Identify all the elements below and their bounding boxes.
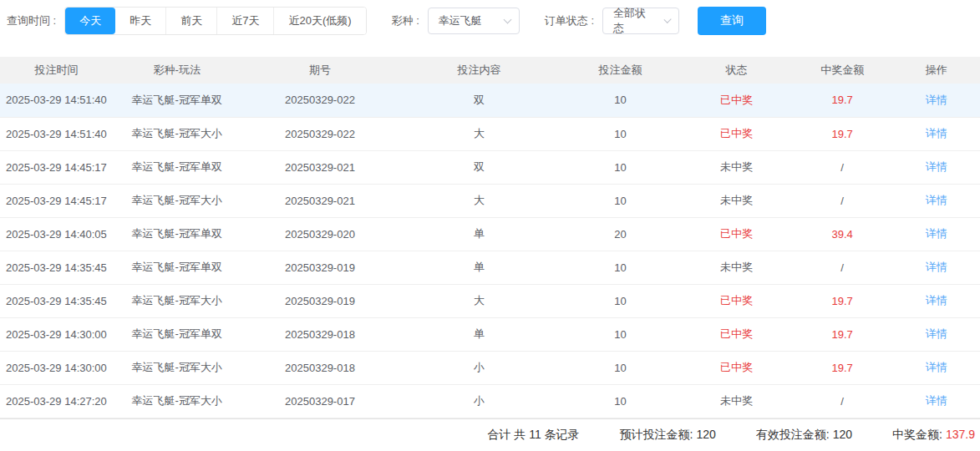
time-range-button[interactable]: 昨天 [115, 8, 165, 34]
cell-status: 已中奖 [681, 351, 792, 384]
detail-link[interactable]: 详情 [926, 127, 947, 139]
cell-bet-time: 2025-03-29 14:27:20 [0, 384, 113, 418]
detail-link[interactable]: 详情 [926, 361, 947, 373]
cell-bet-time: 2025-03-29 14:30:00 [0, 351, 113, 384]
cell-bet-amount: 20 [560, 217, 681, 251]
detail-link[interactable]: 详情 [926, 194, 947, 206]
table-row: 2025-03-29 14:30:00 幸运飞艇-冠军大小 20250329-0… [0, 351, 980, 384]
cell-bet-amount: 10 [560, 351, 681, 384]
summary-bar: 合计 共 11 条记录 预计投注金额:120 有效投注金额:120 中奖金额:1… [0, 418, 980, 451]
cell-action: 详情 [893, 217, 980, 251]
cell-play-type: 幸运飞艇-冠军单双 [113, 317, 241, 351]
table-row: 2025-03-29 14:40:05 幸运飞艇-冠军单双 20250329-0… [0, 217, 980, 251]
column-header: 投注金额 [560, 57, 681, 84]
cell-bet-time: 2025-03-29 14:40:05 [0, 217, 113, 251]
order-status-label: 订单状态 : [545, 13, 594, 28]
column-header: 投注内容 [399, 57, 559, 84]
orders-table: 投注时间彩种-玩法期号投注内容投注金额状态中奖金额操作 2025-03-29 1… [0, 57, 980, 418]
cell-issue-number: 20250329-018 [241, 317, 399, 351]
lottery-type-value: 幸运飞艇 [439, 13, 482, 28]
table-row: 2025-03-29 14:51:40 幸运飞艇-冠军大小 20250329-0… [0, 117, 980, 150]
cell-bet-amount: 10 [560, 317, 681, 351]
cell-status: 已中奖 [681, 117, 792, 150]
column-header: 中奖金额 [792, 57, 893, 84]
cell-play-type: 幸运飞艇-冠军单双 [113, 150, 241, 184]
detail-link[interactable]: 详情 [926, 394, 947, 407]
cell-status: 已中奖 [681, 84, 792, 117]
cell-bet-amount: 10 [560, 184, 681, 217]
cell-bet-amount: 10 [560, 284, 681, 317]
order-status-value: 全部状态 [613, 6, 653, 36]
time-range-button[interactable]: 近7天 [216, 8, 273, 34]
time-range-button[interactable]: 前天 [165, 8, 216, 34]
cell-play-type: 幸运飞艇-冠军大小 [113, 384, 241, 418]
cell-action: 详情 [893, 384, 980, 418]
cell-play-type: 幸运飞艇-冠军单双 [113, 217, 241, 251]
cell-prize-amount: 19.7 [792, 317, 893, 351]
expected-bet-amount: 预计投注金额:120 [620, 428, 716, 443]
time-range-button[interactable]: 今天 [65, 8, 115, 34]
cell-issue-number: 20250329-022 [241, 84, 399, 117]
cell-issue-number: 20250329-019 [241, 251, 399, 284]
cell-bet-time: 2025-03-29 14:45:17 [0, 184, 113, 217]
cell-prize-amount: / [792, 184, 893, 217]
filter-bar: 查询时间 : 今天昨天前天近7天近20天(低频) 彩种 : 幸运飞艇 订单状态 … [0, 0, 980, 38]
cell-status: 已中奖 [681, 317, 792, 351]
time-range-button[interactable]: 近20天(低频) [273, 8, 365, 34]
cell-play-type: 幸运飞艇-冠军大小 [113, 351, 241, 384]
column-header: 状态 [681, 57, 792, 84]
valid-bet-amount: 有效投注金额:120 [756, 428, 852, 443]
column-header: 操作 [893, 57, 980, 84]
table-header-row: 投注时间彩种-玩法期号投注内容投注金额状态中奖金额操作 [0, 57, 980, 84]
search-button[interactable]: 查询 [698, 7, 766, 35]
cell-issue-number: 20250329-021 [241, 184, 399, 217]
cell-action: 详情 [893, 351, 980, 384]
cell-issue-number: 20250329-018 [241, 351, 399, 384]
cell-bet-time: 2025-03-29 14:51:40 [0, 84, 113, 117]
table-body: 2025-03-29 14:51:40 幸运飞艇-冠军单双 20250329-0… [0, 84, 980, 418]
detail-link[interactable]: 详情 [926, 327, 947, 340]
cell-action: 详情 [893, 150, 980, 184]
cell-bet-content: 双 [399, 84, 559, 117]
cell-bet-amount: 10 [560, 384, 681, 418]
column-header: 投注时间 [0, 57, 113, 84]
lottery-type-select[interactable]: 幸运飞艇 [428, 8, 520, 34]
order-history-page: 查询时间 : 今天昨天前天近7天近20天(低频) 彩种 : 幸运飞艇 订单状态 … [0, 0, 980, 451]
total-prize-amount: 中奖金额:137.9 [892, 428, 975, 443]
cell-bet-content: 小 [399, 384, 559, 418]
cell-bet-amount: 10 [560, 150, 681, 184]
cell-play-type: 幸运飞艇-冠军单双 [113, 251, 241, 284]
cell-action: 详情 [893, 117, 980, 150]
cell-prize-amount: / [792, 150, 893, 184]
detail-link[interactable]: 详情 [926, 94, 947, 106]
order-status-select[interactable]: 全部状态 [602, 8, 679, 34]
cell-bet-content: 大 [399, 184, 559, 217]
cell-bet-content: 单 [399, 251, 559, 284]
column-header: 彩种-玩法 [113, 57, 241, 84]
cell-bet-amount: 10 [560, 117, 681, 150]
detail-link[interactable]: 详情 [926, 227, 947, 240]
cell-prize-amount: 19.7 [792, 284, 893, 317]
cell-bet-content: 单 [399, 217, 559, 251]
cell-status: 未中奖 [681, 150, 792, 184]
cell-action: 详情 [893, 284, 980, 317]
cell-bet-time: 2025-03-29 14:35:45 [0, 251, 113, 284]
cell-bet-time: 2025-03-29 14:35:45 [0, 284, 113, 317]
cell-bet-content: 小 [399, 351, 559, 384]
cell-bet-content: 单 [399, 317, 559, 351]
cell-action: 详情 [893, 251, 980, 284]
time-range-group: 今天昨天前天近7天近20天(低频) [64, 7, 366, 35]
detail-link[interactable]: 详情 [926, 160, 947, 173]
chevron-down-icon [663, 15, 672, 23]
table-row: 2025-03-29 14:45:17 幸运飞艇-冠军单双 20250329-0… [0, 150, 980, 184]
cell-bet-content: 双 [399, 150, 559, 184]
table-row: 2025-03-29 14:35:45 幸运飞艇-冠军大小 20250329-0… [0, 284, 980, 317]
cell-action: 详情 [893, 84, 980, 117]
cell-bet-content: 大 [399, 117, 559, 150]
cell-status: 未中奖 [681, 251, 792, 284]
cell-action: 详情 [893, 317, 980, 351]
cell-issue-number: 20250329-019 [241, 284, 399, 317]
lottery-type-label: 彩种 : [392, 13, 419, 28]
detail-link[interactable]: 详情 [926, 261, 947, 273]
detail-link[interactable]: 详情 [926, 294, 947, 307]
